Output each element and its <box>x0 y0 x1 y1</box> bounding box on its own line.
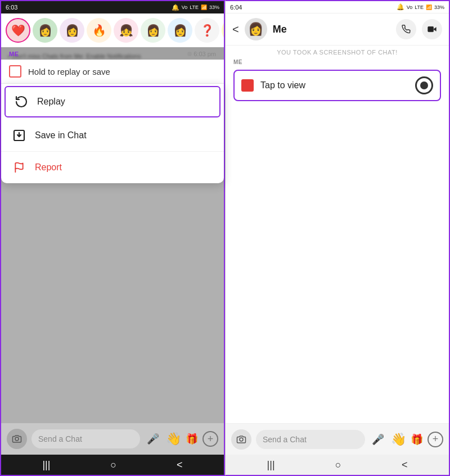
nav-back-right[interactable]: < <box>402 459 408 471</box>
chat-area-right <box>226 103 449 475</box>
right-header: < 👩 Me <box>226 13 449 46</box>
status-icons-right: 🔔 Vo LTE 📶 33% <box>397 3 444 11</box>
red-square-indicator <box>241 79 254 92</box>
save-icon <box>11 128 27 143</box>
story-avatar-8[interactable]: ❓ <box>195 18 219 43</box>
chat-input-left[interactable]: Send a Chat <box>32 429 140 448</box>
story-avatar-5[interactable]: 👧 <box>114 18 138 43</box>
status-bar-left: 6:03 🔔 Vo LTE 📶 33% <box>1 1 224 13</box>
grey-dot <box>187 52 192 56</box>
context-overlay: ME 6:03 pm Hold to replay or save R <box>1 47 224 183</box>
record-dot <box>420 81 428 89</box>
menu-item-replay[interactable]: Replay <box>4 86 220 117</box>
chat-input-right[interactable]: Send a Chat <box>256 430 365 449</box>
nav-menu-right[interactable]: ||| <box>267 459 275 471</box>
nav-home-right[interactable]: ○ <box>335 459 341 471</box>
battery-left: 33% <box>209 4 219 10</box>
nav-menu-left[interactable]: ||| <box>42 459 50 471</box>
story-avatar-3[interactable]: 👩 <box>60 18 84 43</box>
replay-icon <box>14 94 29 110</box>
nav-home-left[interactable]: ○ <box>110 459 116 471</box>
chat-placeholder-right: Send a Chat <box>263 435 307 444</box>
sticker-right[interactable]: 👋 <box>391 432 406 447</box>
snap-message-container: Tap to view <box>226 67 449 103</box>
me-label-right: ME <box>226 58 449 67</box>
report-icon <box>11 160 27 175</box>
hold-to-replay-text: Hold to replay or save <box>28 67 110 76</box>
camera-button-left[interactable] <box>7 429 27 449</box>
menu-item-report[interactable]: Report <box>1 152 224 183</box>
svg-point-5 <box>240 438 243 441</box>
status-time-right: 6:04 <box>230 4 242 11</box>
record-indicator <box>415 76 433 94</box>
hold-checkbox <box>9 65 21 78</box>
tap-to-view-text: Tap to view <box>260 80 408 90</box>
header-actions <box>396 19 442 39</box>
stories-row: ❤️ 👩 👩 🔥 👧 👩 👩 ❓ 👩 <box>1 13 224 47</box>
header-avatar[interactable]: 👩 <box>245 18 267 40</box>
report-label: Report <box>35 162 62 173</box>
story-avatar-1[interactable]: ❤️ <box>6 18 30 43</box>
nav-back-left[interactable]: < <box>177 459 183 471</box>
add-button-right[interactable]: + <box>428 432 443 447</box>
nav-bar-right: ||| ○ < <box>226 455 449 475</box>
status-time-area: 6:03 pm <box>187 51 216 57</box>
phone-button[interactable] <box>396 19 416 39</box>
gift-right[interactable]: 🎁 <box>411 433 423 446</box>
chat-placeholder-left: Send a Chat <box>38 434 82 443</box>
svg-rect-4 <box>428 26 434 31</box>
nav-bar-left: ||| ○ < <box>1 455 224 475</box>
mic-button-right[interactable]: 🎤 <box>370 431 386 448</box>
chat-bar-left: Send a Chat 🎤 👋 🎁 + <box>1 423 224 455</box>
context-menu: Replay Save in Chat <box>1 84 224 183</box>
video-button[interactable] <box>422 19 442 39</box>
story-avatar-6[interactable]: 👩 <box>141 18 165 43</box>
me-row: ME 6:03 pm <box>1 47 224 60</box>
save-label: Save in Chat <box>35 130 87 140</box>
svg-point-3 <box>15 437 19 441</box>
camera-button-right[interactable] <box>231 429 251 450</box>
me-label-left: ME <box>9 51 19 57</box>
hold-to-replay-row: Hold to replay or save <box>1 60 224 84</box>
snap-message[interactable]: Tap to view <box>233 70 441 101</box>
right-panel: 6:04 🔔 Vo LTE 📶 33% < 👩 Me <box>225 0 450 476</box>
status-icons-left: 🔔 Vo LTE 📶 33% <box>172 4 219 11</box>
story-avatar-9[interactable]: 👩 <box>222 18 224 43</box>
header-name: Me <box>273 24 390 35</box>
add-button-left[interactable]: + <box>202 431 218 447</box>
gift-left[interactable]: 🎁 <box>186 433 198 445</box>
status-bar-right: 6:04 🔔 Vo LTE 📶 33% <box>226 1 449 13</box>
story-avatar-2[interactable]: 👩 <box>33 18 57 43</box>
battery-right: 33% <box>434 4 444 10</box>
sticker-left[interactable]: 👋 <box>166 432 181 446</box>
mic-button-left[interactable]: 🎤 <box>145 430 161 447</box>
back-button[interactable]: < <box>232 23 239 36</box>
left-panel: 6:03 🔔 Vo LTE 📶 33% ❤️ 👩 👩 🔥 👧 👩 👩 ❓ 👩 •… <box>0 0 225 476</box>
status-time-left: 6:03 <box>6 4 17 11</box>
screenshot-notice: YOU TOOK A SCREENSHOT OF CHAT! <box>226 46 449 58</box>
replay-label: Replay <box>37 97 65 107</box>
menu-item-save[interactable]: Save in Chat <box>1 120 224 152</box>
story-avatar-7[interactable]: 👩 <box>168 18 192 43</box>
story-avatar-4[interactable]: 🔥 <box>87 18 111 43</box>
chat-bar-right: Send a Chat 🎤 👋 🎁 + <box>226 423 449 455</box>
message-time: 6:03 pm <box>194 51 216 57</box>
